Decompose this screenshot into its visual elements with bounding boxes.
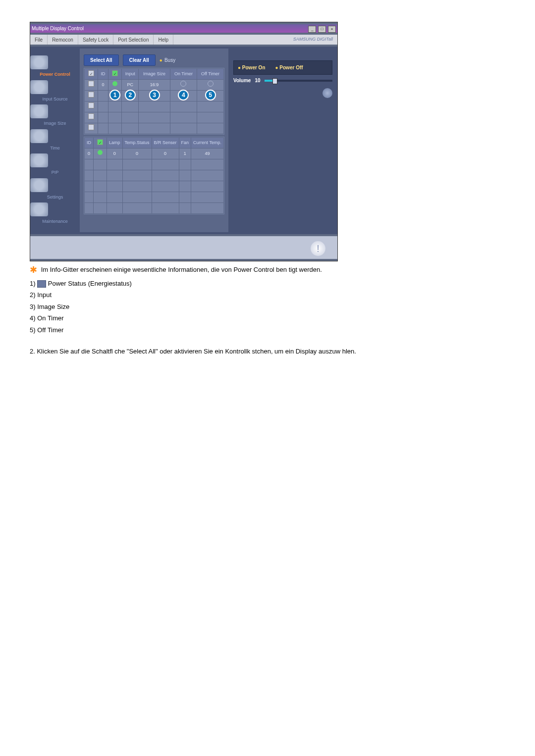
sidebar-item-time[interactable]: Time bbox=[30, 129, 80, 152]
table-row[interactable] bbox=[85, 203, 224, 214]
doc-item-2: 2) Input bbox=[30, 290, 505, 300]
volume-control: Volume 10 bbox=[233, 77, 332, 84]
close-icon[interactable]: × bbox=[328, 26, 336, 33]
table-row[interactable] bbox=[85, 112, 224, 123]
time-icon bbox=[30, 129, 48, 143]
warning-icon: ! bbox=[311, 241, 325, 256]
callout-row: 1 2 3 4 5 bbox=[85, 91, 224, 101]
doc-item-5: 5) Off Timer bbox=[30, 325, 505, 335]
power-box: Power On Power Off bbox=[233, 60, 332, 75]
power-icon bbox=[30, 55, 48, 69]
maximize-icon[interactable]: □ bbox=[318, 26, 326, 33]
sidebar-item-input-source[interactable]: Input Source bbox=[30, 80, 80, 103]
callout-2: 2 bbox=[125, 90, 136, 101]
volume-value: 10 bbox=[255, 77, 260, 84]
doc-intro: ✱ Im Info-Gitter erscheinen einige wesen… bbox=[30, 263, 505, 277]
footer-bar: ! bbox=[30, 236, 337, 259]
app-window: Multiple Display Control _ □ × File Remo… bbox=[30, 22, 338, 261]
table-row[interactable] bbox=[85, 123, 224, 134]
header-status-icon bbox=[97, 139, 103, 145]
brand-label: SAMSUNG DIGITall bbox=[289, 35, 337, 45]
timer-off-icon bbox=[208, 81, 214, 87]
power-on-button[interactable]: Power On bbox=[238, 64, 266, 71]
main-panel: Select All Clear All Busy ID Input Image… bbox=[80, 49, 228, 232]
table-row[interactable]: 0 0 0 0 1 49 bbox=[85, 149, 224, 159]
callout-4: 4 bbox=[178, 90, 189, 101]
busy-indicator: Busy bbox=[160, 56, 175, 64]
table-row[interactable] bbox=[85, 101, 224, 112]
doc-item-1: 1) Power Status (Energiestatus) bbox=[30, 279, 505, 289]
sidebar-item-maintenance[interactable]: Maintenance bbox=[30, 202, 80, 225]
sidebar-item-image-size[interactable]: Image Size bbox=[30, 104, 80, 127]
callout-1: 1 bbox=[109, 90, 120, 101]
menu-port-selection[interactable]: Port Selection bbox=[113, 35, 154, 45]
table-row[interactable]: 0 PC 16:9 bbox=[85, 80, 224, 91]
table-row[interactable] bbox=[85, 159, 224, 170]
table-row[interactable] bbox=[85, 181, 224, 192]
header-status-icon bbox=[112, 70, 118, 76]
image-size-icon bbox=[30, 104, 48, 118]
status-dot-icon bbox=[98, 150, 103, 155]
maintenance-icon bbox=[30, 202, 48, 216]
sidebar-item-pip[interactable]: PIP bbox=[30, 153, 80, 176]
table-row[interactable] bbox=[85, 192, 224, 203]
doc-item-4: 4) On Timer bbox=[30, 313, 505, 323]
right-panel: Power On Power Off Volume 10 bbox=[228, 49, 337, 232]
power-off-button[interactable]: Power Off bbox=[275, 64, 303, 71]
volume-slider[interactable] bbox=[265, 80, 332, 82]
menu-safety-lock[interactable]: Safety Lock bbox=[78, 35, 113, 45]
pip-icon bbox=[30, 153, 48, 167]
table-header-row: ID Input Image Size On Timer Off Timer bbox=[85, 69, 224, 80]
star-icon: ✱ bbox=[30, 265, 37, 275]
table-header-row: ID Lamp Temp.Status B/R Senser Fan Curre… bbox=[85, 138, 224, 149]
titlebar: Multiple Display Control _ □ × bbox=[30, 24, 337, 33]
table-row[interactable] bbox=[85, 170, 224, 181]
select-all-button[interactable]: Select All bbox=[84, 54, 119, 66]
volume-label: Volume bbox=[233, 77, 251, 84]
window-title: Multiple Display Control bbox=[32, 25, 84, 32]
menu-file[interactable]: File bbox=[30, 35, 48, 45]
row-check-icon[interactable] bbox=[88, 81, 94, 87]
menubar: File Remocon Safety Lock Port Selection … bbox=[30, 35, 337, 45]
status-grid: ID Lamp Temp.Status B/R Senser Fan Curre… bbox=[84, 137, 224, 214]
speaker-icon[interactable] bbox=[322, 88, 332, 98]
timer-off-icon bbox=[180, 81, 186, 87]
gear-icon bbox=[30, 178, 48, 192]
sidebar-item-settings[interactable]: Settings bbox=[30, 178, 80, 201]
input-icon bbox=[30, 80, 48, 94]
menu-remocon[interactable]: Remocon bbox=[48, 35, 78, 45]
header-check-icon[interactable] bbox=[88, 70, 94, 76]
sidebar-item-power-control[interactable]: Power Control bbox=[30, 55, 80, 78]
minimize-icon[interactable]: _ bbox=[308, 26, 316, 33]
callout-5: 5 bbox=[205, 90, 216, 101]
info-grid: ID Input Image Size On Timer Off Timer 0… bbox=[84, 68, 224, 135]
status-dot-icon bbox=[112, 81, 117, 86]
sidebar: Power Control Input Source Image Size Ti… bbox=[30, 49, 80, 232]
clear-all-button[interactable]: Clear All bbox=[123, 54, 156, 66]
window-buttons: _ □ × bbox=[308, 25, 336, 33]
power-status-icon bbox=[37, 280, 46, 288]
doc-second: 2. Klicken Sie auf die Schaltfl che "Sel… bbox=[30, 347, 505, 356]
doc-item-3: 3) Image Size bbox=[30, 302, 505, 312]
callout-3: 3 bbox=[149, 90, 160, 101]
menu-help[interactable]: Help bbox=[154, 35, 173, 45]
